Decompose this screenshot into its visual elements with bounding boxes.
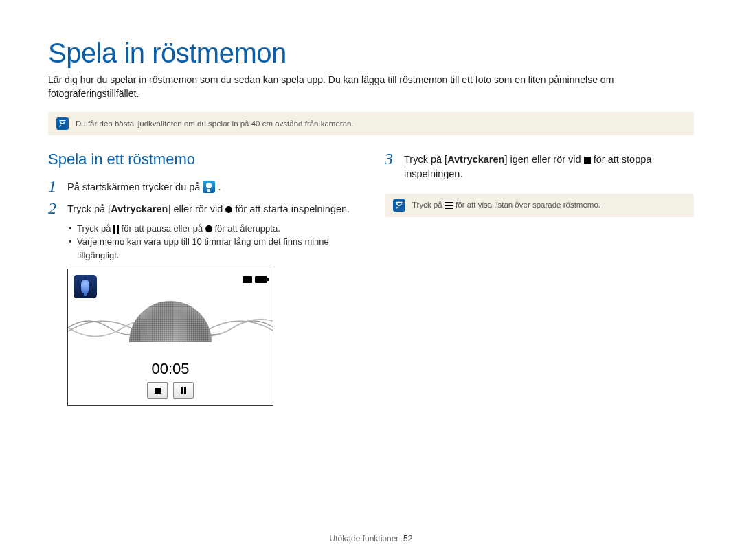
step-2-text: Tryck på [Avtryckaren] eller rör vid för… (67, 200, 350, 216)
note-right-text: Tryck på för att visa listan över sparad… (412, 201, 600, 210)
note-icon (56, 117, 69, 130)
page-title: Spela in röstmemon (48, 38, 694, 69)
status-bar (243, 276, 267, 283)
footer-section: Utökade funktioner (330, 534, 399, 544)
left-column: Spela in ett röstmemo 1 På startskärmen … (48, 150, 357, 407)
step-2: 2 Tryck på [Avtryckaren] eller rör vid f… (48, 200, 357, 216)
note-right: Tryck på för att visa listan över sparad… (385, 194, 694, 217)
list-icon (445, 202, 453, 210)
voice-app-button (74, 275, 97, 298)
sd-card-icon (243, 276, 252, 283)
section-title: Spela in ett röstmemo (48, 150, 357, 168)
step-3: 3 Tryck på [Avtryckaren] igen eller rör … (385, 150, 694, 181)
shutter-label: Avtryckaren (447, 154, 504, 165)
text-fragment: för att pausa eller på (122, 223, 203, 234)
step-1: 1 På startskärmen trycker du på . (48, 178, 357, 194)
recording-timer: 00:05 (68, 360, 273, 378)
text-fragment: Tryck på [ (404, 154, 447, 165)
text-fragment: för att starta inspelningen. (235, 203, 350, 214)
manual-page: Spela in röstmemon Lär dig hur du spelar… (0, 0, 742, 560)
step-2-sublist: Tryck på för att pausa eller på för att … (48, 222, 357, 262)
note-icon (393, 199, 405, 212)
stop-icon (584, 157, 591, 164)
text-fragment: för att återuppta. (214, 223, 280, 234)
text-fragment: Tryck på [ (67, 203, 111, 214)
stop-icon (155, 388, 161, 394)
mic-icon (81, 280, 89, 293)
sub-item: Tryck på för att pausa eller på för att … (69, 222, 357, 236)
sub-item: Varje memo kan vara upp till 10 timmar l… (69, 235, 357, 262)
pause-button[interactable] (173, 382, 194, 399)
text-fragment: för att visa listan över sparade röstmem… (456, 201, 600, 209)
note-top-text: Du får den bästa ljudkvaliteten om du sp… (76, 120, 354, 128)
columns: Spela in ett röstmemo 1 På startskärmen … (48, 150, 694, 407)
step-3-text: Tryck på [Avtryckaren] igen eller rör vi… (404, 150, 694, 181)
recording-controls (147, 382, 194, 399)
record-icon (225, 206, 232, 213)
intro-text: Lär dig hur du spelar in röstmemon som d… (48, 73, 694, 101)
note-top: Du får den bästa ljudkvaliteten om du sp… (48, 112, 694, 135)
step-number: 3 (385, 150, 396, 167)
device-screenshot: 00:05 (67, 269, 273, 406)
footer-page-number: 52 (403, 534, 412, 544)
right-column: 3 Tryck på [Avtryckaren] igen eller rör … (385, 150, 694, 407)
shutter-label: Avtryckaren (111, 203, 168, 214)
pause-icon (113, 225, 119, 234)
step-1-label: På startskärmen trycker du på (67, 181, 200, 192)
step-number: 1 (48, 178, 59, 194)
pause-icon (181, 387, 186, 394)
text-fragment: ] igen eller rör vid (504, 154, 581, 165)
voice-app-icon (203, 181, 215, 193)
text-fragment: ] eller rör vid (168, 203, 223, 214)
battery-icon (255, 276, 267, 283)
text-fragment: Tryck på (412, 201, 442, 209)
step-number: 2 (48, 200, 59, 216)
text-fragment: Tryck på (77, 223, 111, 234)
step-1-text: På startskärmen trycker du på . (67, 178, 221, 194)
stop-button[interactable] (147, 382, 168, 399)
record-icon (205, 225, 212, 232)
page-footer: Utökade funktioner 52 (0, 534, 742, 544)
